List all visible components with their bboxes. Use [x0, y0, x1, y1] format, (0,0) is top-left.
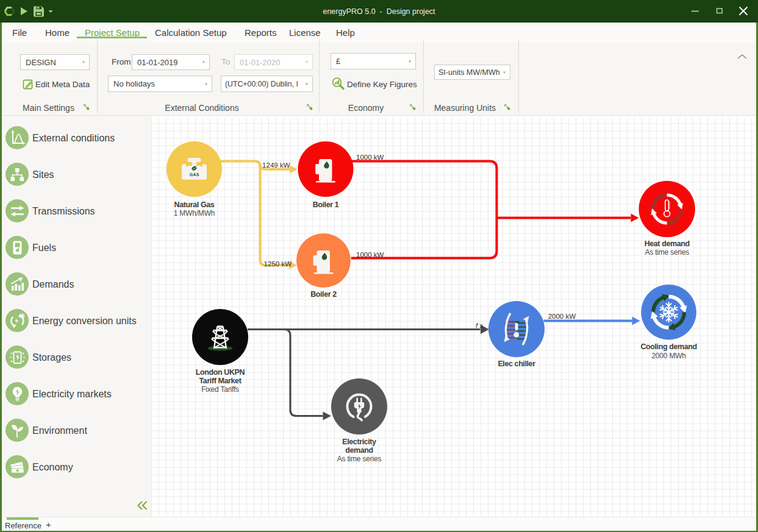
- svg-text:1000 kW: 1000 kW: [356, 154, 384, 161]
- svg-text:Tariff Market: Tariff Market: [199, 377, 242, 385]
- svg-text:2000 kW: 2000 kW: [548, 313, 576, 320]
- svg-text:1250 kW: 1250 kW: [264, 260, 292, 268]
- svg-text:Cooling demand: Cooling demand: [640, 342, 696, 351]
- svg-text:Elec chiller: Elec chiller: [498, 360, 535, 368]
- svg-text:f x: f x: [476, 322, 483, 329]
- svg-text:Boiler 1: Boiler 1: [313, 200, 339, 209]
- svg-text:As time series: As time series: [337, 455, 382, 463]
- svg-text:1000 kW: 1000 kW: [356, 251, 384, 258]
- svg-text:demand: demand: [345, 446, 373, 455]
- svg-text:2000 MWh: 2000 MWh: [651, 352, 685, 360]
- svg-text:GAS: GAS: [190, 172, 199, 177]
- svg-text:Boiler 2: Boiler 2: [310, 290, 337, 299]
- svg-text:Electricity: Electricity: [342, 438, 376, 446]
- svg-text:As time series: As time series: [645, 248, 689, 257]
- svg-text:1 MWh/MWh: 1 MWh/MWh: [174, 209, 215, 218]
- svg-text:Heat demand: Heat demand: [645, 239, 690, 248]
- svg-text:Fixed Tariffs: Fixed Tariffs: [201, 385, 239, 394]
- svg-text:London UKPN: London UKPN: [196, 368, 245, 377]
- svg-text:1249 kW: 1249 kW: [262, 161, 290, 169]
- svg-text:Natural Gas: Natural Gas: [174, 200, 215, 209]
